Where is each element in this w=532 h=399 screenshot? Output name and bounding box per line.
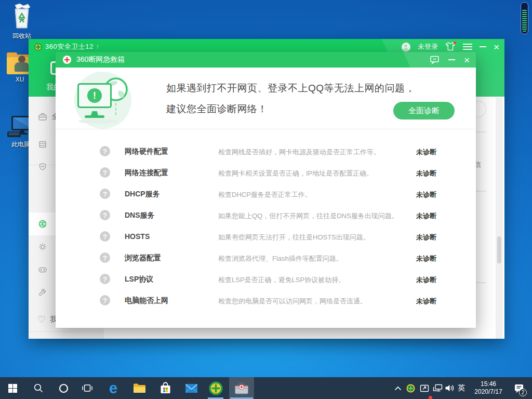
desktop: { "colors": { "brand_green": "#14ce60", … <box>0 0 532 399</box>
minimize-button[interactable] <box>480 46 486 47</box>
edge-browser-button[interactable]: e <box>101 377 126 399</box>
network-alert-illustration: ! <box>74 72 131 129</box>
tray-network-icon[interactable] <box>431 377 444 399</box>
diagnostic-description: 检查您的电脑是否可以访问网页，网络是否连通。 <box>218 297 367 306</box>
scrollbar-track[interactable] <box>496 97 503 339</box>
diagnostic-row[interactable]: ? LSP协议 检查LSP是否正确，避免LSP协议被劫持。 未诊断 <box>56 269 476 290</box>
content-fragment-dots <box>474 282 486 283</box>
feedback-icon[interactable] <box>430 55 440 64</box>
tray-clock[interactable]: 15:46 2020/7/17 <box>467 377 510 399</box>
dialog-header: ! 如果遇到打不开网页、登录不上QQ等无法上网的问题， 建议您全面诊断网络！ 全… <box>56 68 476 129</box>
exclamation-icon: ! <box>87 88 102 103</box>
tray-show-hidden-icons[interactable] <box>392 377 404 399</box>
diagnostic-row[interactable]: ? DNS服务 如果您能上QQ，但打不开网页，往往是DNS服务出现问题。 未诊断 <box>56 205 476 226</box>
user-avatar[interactable] <box>402 43 410 51</box>
briefcase-icon <box>37 112 48 122</box>
layers-icon <box>37 139 48 150</box>
diagnostic-status: 未诊断 <box>416 211 436 221</box>
theme-skin-icon[interactable] <box>445 42 456 51</box>
diagnostic-row[interactable]: ? 网络连接配置 检查网卡相关设置是否正确，IP地址是否配置正确。 未诊断 <box>56 162 476 183</box>
diagnostic-row[interactable]: ? DHCP服务 检查DHCP服务是否正常工作。 未诊断 <box>56 183 476 205</box>
diagnostic-status: 未诊断 <box>416 297 436 306</box>
question-status-icon: ? <box>100 231 110 242</box>
desktop-icon-recycle-bin[interactable]: 回收站 <box>2 3 42 41</box>
tray-update-icon[interactable] <box>418 377 431 399</box>
menu-icon[interactable] <box>463 44 472 50</box>
diagnostic-name: DNS服务 <box>125 211 155 220</box>
shield-icon <box>37 162 48 172</box>
heart-icon: ♡ <box>37 315 46 324</box>
diagnostic-row[interactable]: ? 浏览器配置 检查浏览器代理、Flash插件等配置问题。 未诊断 <box>56 247 476 269</box>
diagnostic-status: 未诊断 <box>416 233 436 242</box>
tray-360-icon[interactable] <box>404 377 417 399</box>
diagnostic-name: 电脑能否上网 <box>125 296 168 305</box>
diagnostic-name: 浏览器配置 <box>125 254 161 263</box>
search-button[interactable] <box>27 377 50 399</box>
clock-date: 2020/7/17 <box>467 388 510 396</box>
dialog-header-text: 如果遇到打不开网页、登录不上QQ等无法上网的问题， 建议您全面诊断网络！ <box>166 78 415 119</box>
tray-volume-icon[interactable] <box>443 377 456 399</box>
diagnostic-description: 检查浏览器代理、Flash插件等配置问题。 <box>218 254 343 263</box>
full-diagnose-button[interactable]: 全面诊断 <box>393 102 455 119</box>
taskbar-first-aid-button[interactable] <box>229 377 254 399</box>
diagnostic-description: 检查LSP是否正确，避免LSP协议被劫持。 <box>218 275 345 285</box>
mail-button[interactable] <box>179 377 204 399</box>
diagnostic-status: 未诊断 <box>416 254 436 263</box>
skin-up-arrow-icon: ↑ <box>96 43 99 50</box>
minimize-button[interactable] <box>448 59 455 60</box>
diagnostic-description: 检查网线是否插好，网卡电源及驱动是否正常工作等。 <box>218 148 380 157</box>
wrench-icon <box>37 287 48 298</box>
first-aid-icon <box>62 55 72 64</box>
dialog-title: 360断网急救箱 <box>76 55 125 64</box>
question-status-icon: ? <box>100 252 110 263</box>
level-fill-bars <box>522 9 527 32</box>
diagnostic-description: 检查DHCP服务是否正常工作。 <box>218 190 312 200</box>
start-button[interactable] <box>0 377 25 399</box>
diagnostic-name: DHCP服务 <box>125 190 160 199</box>
scrollbar-thumb[interactable] <box>497 236 501 263</box>
tray-ime-indicator[interactable]: 英 <box>455 377 468 399</box>
ime-label: 英 <box>458 383 465 393</box>
question-status-icon: ? <box>100 295 110 305</box>
diagnostic-description: 如果有些网页无法打开，往往是HOSTS出现问题。 <box>218 233 370 242</box>
file-explorer-button[interactable] <box>127 377 152 399</box>
question-status-icon: ? <box>100 167 110 178</box>
close-button[interactable]: × <box>464 55 470 65</box>
diagnostic-row[interactable]: ? 网络硬件配置 检查网线是否插好，网卡电源及驱动是否正常工作等。 未诊断 <box>56 141 476 162</box>
taskbar: e 英 15:46 2020/7/17 <box>0 377 532 399</box>
cortana-button[interactable] <box>52 377 75 399</box>
recycle-bin-icon <box>9 3 34 30</box>
taskbar-360-security-button[interactable] <box>204 377 228 399</box>
diagnostic-status: 未诊断 <box>416 169 436 178</box>
question-status-icon: ? <box>100 146 110 156</box>
monitor-illustration-icon: ! <box>77 83 112 108</box>
diagnostic-status: 未诊断 <box>416 190 436 200</box>
gamepad-icon <box>37 264 48 275</box>
globe-icon <box>37 219 48 229</box>
diagnostic-status: 未诊断 <box>416 275 436 285</box>
diagnostic-row[interactable]: ? 电脑能否上网 检查您的电脑是否可以访问网页，网络是否连通。 未诊断 <box>56 290 476 311</box>
dialog-network-first-aid[interactable]: 360断网急救箱 × ! 如果遇到打不开网页、登录不上QQ等无法上网的问题， 建 <box>56 52 476 328</box>
diagnostic-row[interactable]: ? HOSTS 如果有些网页无法打开，往往是HOSTS出现问题。 未诊断 <box>56 226 476 247</box>
close-button[interactable]: × <box>494 42 499 52</box>
task-view-button[interactable] <box>76 377 99 399</box>
volume-level-widget <box>521 2 528 34</box>
diagnostic-description: 如果您能上QQ，但打不开网页，往往是DNS服务出现问题。 <box>218 211 398 221</box>
notification-dot <box>454 42 456 44</box>
diagnostic-name: LSP协议 <box>125 275 153 284</box>
main-window-title: 360安全卫士12 <box>45 42 94 51</box>
diagnostic-description: 检查网卡相关设置是否正确，IP地址是否配置正确。 <box>218 169 373 178</box>
question-status-icon: ? <box>100 189 110 199</box>
dialog-titlebar[interactable]: 360断网急救箱 × <box>56 52 476 68</box>
360-logo-icon <box>34 43 42 51</box>
diagnostic-list: ? 网络硬件配置 检查网线是否插好，网卡电源及驱动是否正常工作等。 未诊断 ? … <box>56 129 476 328</box>
question-status-icon: ? <box>100 274 110 284</box>
content-fragment-dots <box>474 131 486 132</box>
gear-icon <box>37 242 48 252</box>
notification-count-badge: 2 <box>519 389 527 396</box>
sidebar-separator <box>29 331 104 332</box>
login-status-label[interactable]: 未登录 <box>418 42 438 51</box>
diagnostic-name: 网络硬件配置 <box>125 147 168 156</box>
store-button[interactable] <box>153 377 178 399</box>
diagnostic-name: 网络连接配置 <box>125 168 168 178</box>
